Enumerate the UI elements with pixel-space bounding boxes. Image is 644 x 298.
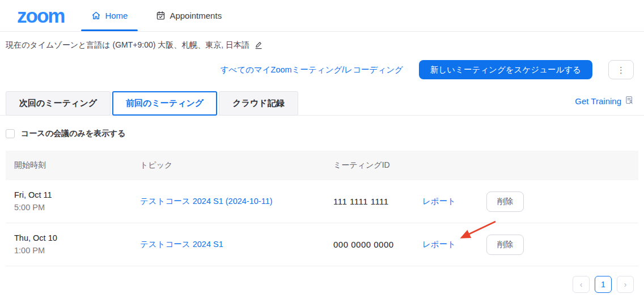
course-meetings-filter-label: コースの会議のみを表示する (21, 129, 126, 139)
more-icon: ⋮ (617, 66, 625, 74)
get-training-link[interactable]: Get Training (575, 95, 634, 107)
calendar-check-icon (156, 11, 166, 20)
tab-previous-meetings[interactable]: 前回のミーティング (112, 91, 217, 116)
report-cell: レポート (422, 196, 486, 207)
tab-cloud-recordings[interactable]: クラウド記録 (219, 91, 298, 116)
topic-cell: テストコース 2024 S1 (140, 239, 333, 250)
meeting-date: Thu, Oct 10 (14, 232, 140, 245)
column-header-meeting-id: ミーティングID (333, 160, 422, 171)
delete-button[interactable]: 削除 (486, 235, 524, 255)
course-meetings-checkbox[interactable] (6, 129, 15, 138)
get-training-label: Get Training (575, 96, 621, 106)
meeting-time: 1:00 PM (14, 245, 140, 257)
meeting-id: 000 0000 0000 (333, 240, 394, 249)
delete-cell: 削除 (486, 235, 638, 255)
topic-cell: テストコース 2024 S1 (2024-10-11) (140, 196, 333, 207)
home-icon (91, 11, 101, 20)
report-link[interactable]: レポート (422, 240, 456, 249)
topic-link[interactable]: テストコース 2024 S1 (140, 240, 223, 249)
table-header-row: 開始時刻 トピック ミーティングID (6, 151, 638, 180)
schedule-meeting-button[interactable]: 新しいミーティングをスケジュールする (419, 60, 592, 79)
report-cell: レポート (422, 239, 486, 250)
nav-appointments-label: Appointments (170, 11, 222, 20)
top-navbar: zoom Home Appointments (0, 0, 644, 32)
previous-page-button[interactable]: ‹ (573, 276, 590, 293)
all-meetings-link[interactable]: すべてのマイZoomミーティング/レコーディング (221, 65, 403, 75)
training-document-icon (625, 95, 634, 107)
timezone-row: 現在のタイムゾーンと言語は (GMT+9:00) 大阪、札幌、東京, 日本語 (0, 32, 644, 50)
start-time-cell: Fri, Oct 11 5:00 PM (6, 189, 140, 214)
topic-link[interactable]: テストコース 2024 S1 (2024-10-11) (140, 197, 273, 206)
meeting-id-cell: 111 1111 1111 (333, 197, 422, 207)
tab-home[interactable]: Home (89, 0, 130, 31)
delete-button[interactable]: 削除 (486, 191, 524, 212)
tab-upcoming-meetings[interactable]: 次回のミーティング (6, 91, 111, 116)
timezone-text: 現在のタイムゾーンと言語は (GMT+9:00) 大阪、札幌、東京, 日本語 (6, 40, 249, 50)
table-row: Fri, Oct 11 5:00 PM テストコース 2024 S1 (2024… (6, 180, 638, 223)
zoom-lms-page: zoom Home Appointments 現在のタイムゾーンと言語 (0, 0, 644, 298)
meeting-id-cell: 000 0000 0000 (333, 240, 422, 250)
actions-row: すべてのマイZoomミーティング/レコーディング 新しいミーティングをスケジュー… (0, 50, 644, 79)
meetings-tab-bar: 次回のミーティング 前回のミーティング クラウド記録 Get Training (0, 91, 644, 116)
column-header-start-time: 開始時刻 (6, 160, 140, 171)
delete-cell: 削除 (486, 191, 638, 212)
column-header-topic: トピック (140, 160, 333, 171)
nav-home-label: Home (105, 11, 128, 20)
pagination: ‹ 1 › (0, 266, 644, 293)
report-link[interactable]: レポート (422, 197, 456, 206)
tab-appointments[interactable]: Appointments (154, 0, 224, 31)
more-options-button[interactable]: ⋮ (608, 60, 634, 79)
chevron-right-icon: › (624, 280, 627, 289)
page-1-button[interactable]: 1 (595, 276, 612, 293)
meeting-date: Fri, Oct 11 (14, 189, 140, 202)
meeting-id: 111 1111 1111 (333, 197, 389, 206)
meeting-time: 5:00 PM (14, 202, 140, 214)
zoom-logo[interactable]: zoom (17, 5, 64, 27)
previous-meetings-table: 開始時刻 トピック ミーティングID Fri, Oct 11 5:00 PM テ… (6, 151, 638, 266)
chevron-left-icon: ‹ (580, 280, 583, 289)
table-row: Thu, Oct 10 1:00 PM テストコース 2024 S1 000 0… (6, 223, 638, 266)
edit-timezone-icon[interactable] (254, 41, 263, 50)
next-page-button[interactable]: › (617, 276, 634, 293)
start-time-cell: Thu, Oct 10 1:00 PM (6, 232, 140, 257)
course-filter-row: コースの会議のみを表示する (6, 129, 644, 139)
